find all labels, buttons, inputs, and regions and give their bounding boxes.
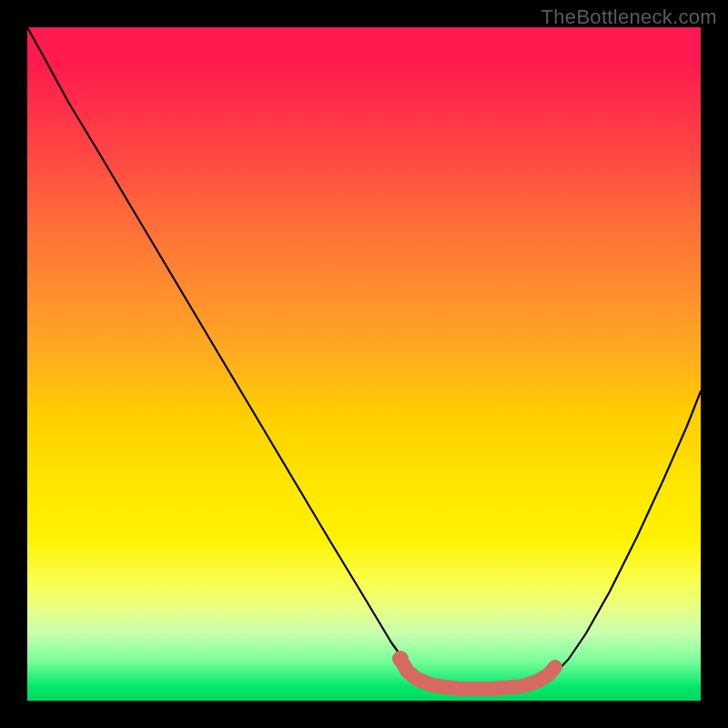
bottleneck-curve [27,27,701,693]
curve-svg [27,27,701,701]
highlight-band [402,662,555,689]
plot-area [27,27,701,701]
highlight-dot [392,651,409,667]
chart-container: TheBottleneck.com [0,0,728,728]
attribution-label: TheBottleneck.com [541,5,717,29]
